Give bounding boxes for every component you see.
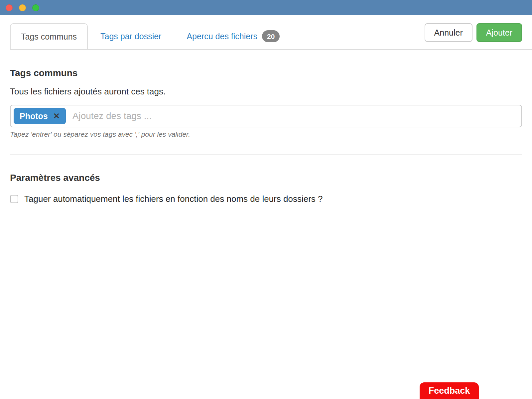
- auto-tag-checkbox[interactable]: [10, 195, 18, 203]
- file-count-badge: 20: [262, 30, 280, 42]
- tags-input-container[interactable]: Photos ✕: [10, 105, 522, 127]
- tag-chip-label: Photos: [20, 111, 48, 121]
- tags-input[interactable]: [72, 110, 518, 122]
- tab-tags-communs[interactable]: Tags communs: [10, 23, 88, 49]
- auto-tag-checkbox-label[interactable]: Taguer automatiquement les fichiers en f…: [24, 194, 323, 204]
- tab-apercu-des-fichiers[interactable]: Apercu des fichiers 20: [174, 23, 292, 49]
- main-content: Tags communs Tous les fichiers ajoutés a…: [0, 68, 532, 204]
- window-titlebar: [0, 0, 532, 15]
- minimize-window-icon[interactable]: [19, 4, 26, 11]
- tags-input-hint: Tapez 'entrer' ou séparez vos tags avec …: [10, 130, 522, 138]
- auto-tag-option-row: Taguer automatiquement les fichiers en f…: [10, 194, 522, 204]
- feedback-button[interactable]: Feedback: [420, 382, 479, 399]
- header-actions: Annuler Ajouter: [425, 23, 522, 42]
- tab-apercu-des-fichiers-label: Apercu des fichiers: [187, 32, 257, 41]
- section-divider: [10, 154, 522, 155]
- tab-bar: Tags communs Tags par dossier Apercu des…: [10, 23, 532, 50]
- tab-tags-communs-label: Tags communs: [21, 32, 77, 42]
- remove-tag-icon[interactable]: ✕: [53, 112, 60, 120]
- advanced-settings-heading: Paramètres avancés: [10, 173, 522, 183]
- common-tags-heading: Tags communs: [10, 68, 522, 78]
- cancel-button[interactable]: Annuler: [425, 23, 472, 42]
- tab-tags-par-dossier[interactable]: Tags par dossier: [88, 23, 174, 49]
- common-tags-description: Tous les fichiers ajoutés auront ces tag…: [10, 86, 522, 97]
- close-window-icon[interactable]: [6, 4, 13, 11]
- zoom-window-icon[interactable]: [32, 4, 39, 11]
- add-button[interactable]: Ajouter: [476, 23, 522, 42]
- tab-tags-par-dossier-label: Tags par dossier: [100, 32, 161, 41]
- tag-chip-photos: Photos ✕: [14, 108, 66, 124]
